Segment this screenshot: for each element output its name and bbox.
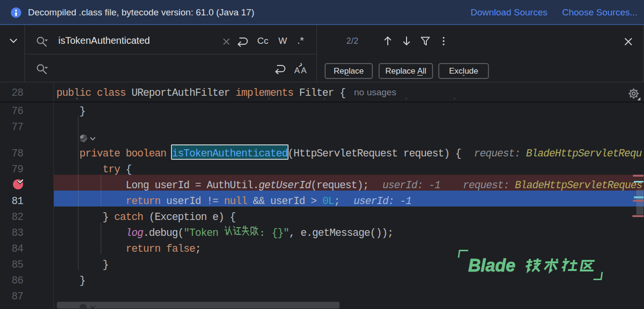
svg-text:Blade: Blade xyxy=(468,256,515,275)
svg-text:A: A xyxy=(301,66,307,75)
svg-text:A: A xyxy=(294,66,300,75)
